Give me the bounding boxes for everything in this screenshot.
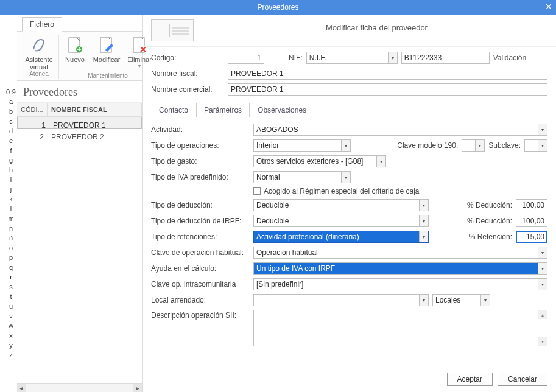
tab-parametros[interactable]: Parámetros <box>196 103 250 117</box>
tab-file[interactable]: Fichero <box>22 17 62 32</box>
nombre-comercial-label: Nombre comercial: <box>151 85 224 94</box>
alpha-a[interactable]: a <box>9 97 13 106</box>
local-arrendado-label: Local arrendado: <box>151 296 250 304</box>
alpha-o[interactable]: o <box>9 243 13 252</box>
alpha-0-9[interactable]: 0-9 <box>6 88 16 96</box>
locales-button[interactable]: Locales ▾ <box>432 294 490 306</box>
chevron-down-icon[interactable]: ▾ <box>538 247 547 258</box>
alpha-p[interactable]: p <box>9 253 13 262</box>
alpha-u[interactable]: u <box>9 302 13 310</box>
table-row[interactable]: 2PROVEEDOR 2 <box>17 129 142 145</box>
chevron-down-icon[interactable]: ▾ <box>419 200 428 211</box>
alpha-i[interactable]: i <box>10 175 12 184</box>
nif-input[interactable] <box>401 52 490 64</box>
pct-retencion-input[interactable] <box>516 231 547 243</box>
scroll-right-icon[interactable]: ► <box>133 384 142 393</box>
tipo-gasto-select[interactable]: Otros servicios exteriores - [G08] ▾ <box>253 155 386 167</box>
close-icon[interactable]: ✕ <box>545 2 552 12</box>
alpha-k[interactable]: k <box>9 195 13 203</box>
alpha-y[interactable]: y <box>9 341 13 349</box>
pct-deduccion-label: % Deducción: <box>467 201 512 209</box>
pct-deduccion2-input[interactable] <box>516 215 547 227</box>
nombre-fiscal-input[interactable] <box>228 68 547 80</box>
validation-link[interactable]: Validación <box>493 54 526 62</box>
chevron-down-icon[interactable]: ▾ <box>376 156 385 167</box>
alpha-l[interactable]: l <box>10 205 12 213</box>
nombre-fiscal-label: Nombre fiscal: <box>151 69 224 78</box>
alpha-s[interactable]: s <box>9 282 13 291</box>
alpha-z[interactable]: z <box>9 351 13 359</box>
chevron-down-icon[interactable]: ▾ <box>475 140 484 151</box>
col-name[interactable]: NOMBRE FISCAL <box>48 103 142 116</box>
horizontal-scrollbar[interactable]: ◄ ► <box>17 383 142 392</box>
alpha-b[interactable]: b <box>9 107 13 116</box>
nif-label: NIF: <box>289 54 303 62</box>
assistant-button[interactable]: Asistente virtual Atenea <box>23 35 55 77</box>
chevron-down-icon[interactable]: ▾ <box>538 279 547 290</box>
alpha-r[interactable]: r <box>10 273 12 281</box>
modify-button[interactable]: Modificar <box>92 35 121 69</box>
record-thumbnail[interactable] <box>151 19 194 41</box>
actividad-select[interactable]: ABOGADOS ▾ <box>253 124 547 136</box>
nif-type-select[interactable]: N.I.F. ▾ <box>306 52 398 64</box>
chevron-down-icon[interactable]: ▾ <box>419 231 428 242</box>
assistant-label: Asistente virtual <box>23 56 55 71</box>
chevron-down-icon[interactable]: ▾ <box>480 295 490 306</box>
chevron-down-icon[interactable]: ▾ <box>419 215 428 226</box>
alpha-v[interactable]: v <box>9 312 13 320</box>
alpha-f[interactable]: f <box>10 146 12 155</box>
chevron-down-icon[interactable]: ▾ <box>341 140 350 151</box>
alpha-g[interactable]: g <box>9 156 13 164</box>
cancel-button[interactable]: Cancelar <box>498 373 547 386</box>
chevron-down-icon[interactable]: ▾ <box>419 295 428 306</box>
pct-deduccion-input[interactable] <box>516 199 547 211</box>
codigo-input[interactable] <box>228 52 264 64</box>
new-button[interactable]: Nuevo <box>63 35 87 69</box>
chevron-down-icon[interactable]: ▾ <box>538 263 547 274</box>
scroll-down-icon[interactable]: ▾ <box>538 337 547 346</box>
tipo-retenciones-select[interactable]: Actividad profesional (dineraria) ▾ <box>253 231 429 243</box>
tab-contacto[interactable]: Contacto <box>151 103 196 117</box>
alpha-t[interactable]: t <box>10 292 12 301</box>
alpha-index: 0-9abcdefghijklmnñopqrstuvwxyz <box>0 15 17 392</box>
alpha-h[interactable]: h <box>9 166 13 174</box>
alpha-m[interactable]: m <box>8 214 13 223</box>
clave-operacion-select[interactable]: Operación habitual ▾ <box>253 247 547 259</box>
scroll-up-icon[interactable]: ▴ <box>538 310 547 319</box>
descripcion-sii-textarea[interactable]: ▴ ▾ <box>253 310 547 346</box>
table-row[interactable]: 1PROVEEDOR 1 <box>17 117 142 129</box>
scroll-left-icon[interactable]: ◄ <box>17 384 26 393</box>
col-code[interactable]: CÓDI... <box>17 103 48 116</box>
chevron-down-icon[interactable]: ▾ <box>538 140 547 151</box>
chevron-down-icon[interactable]: ▾ <box>341 172 350 183</box>
alpha-q[interactable]: q <box>9 263 13 271</box>
alpha-c[interactable]: c <box>9 117 13 125</box>
tipo-iva-select[interactable]: Normal ▾ <box>253 171 351 183</box>
accept-button[interactable]: Aceptar <box>447 373 493 386</box>
clave-intracom-select[interactable]: [Sin predefinir] ▾ <box>253 278 547 290</box>
tipo-deduccion-irpf-select[interactable]: Deducible ▾ <box>253 215 429 227</box>
alpha-d[interactable]: d <box>9 127 13 135</box>
chevron-down-icon[interactable]: ▾ <box>538 124 547 135</box>
vertical-scrollbar[interactable]: ▴ ▾ <box>538 310 547 346</box>
local-arrendado-select[interactable]: ▾ <box>253 294 429 306</box>
alpha-w[interactable]: w <box>9 321 13 330</box>
chevron-down-icon: ▾ <box>138 63 141 69</box>
tab-observaciones[interactable]: Observaciones <box>250 103 314 117</box>
chevron-down-icon[interactable]: ▾ <box>388 52 397 63</box>
clave190-select[interactable]: ▾ <box>462 139 485 152</box>
alpha-ñ[interactable]: ñ <box>9 234 13 242</box>
nombre-comercial-input[interactable] <box>228 83 547 96</box>
alpha-e[interactable]: e <box>9 136 13 145</box>
tipo-gasto-label: Tipo de gasto: <box>151 157 250 166</box>
clave-operacion-label: Clave de operación habitual: <box>151 248 250 257</box>
ayuda-calculo-select[interactable]: Un tipo de IVA con IRPF ▾ <box>253 262 547 275</box>
alpha-j[interactable]: j <box>10 185 12 194</box>
tipo-deduccion-select[interactable]: Deducible ▾ <box>253 199 429 211</box>
tipo-operaciones-select[interactable]: Interior ▾ <box>253 139 351 152</box>
criterio-caja-checkbox[interactable]: Acogido al Régimen especial del criterio… <box>253 187 419 195</box>
alpha-x[interactable]: x <box>9 331 13 340</box>
image-placeholder-icon <box>157 24 170 37</box>
subclave-select[interactable]: ▾ <box>524 139 547 152</box>
alpha-n[interactable]: n <box>9 224 13 233</box>
